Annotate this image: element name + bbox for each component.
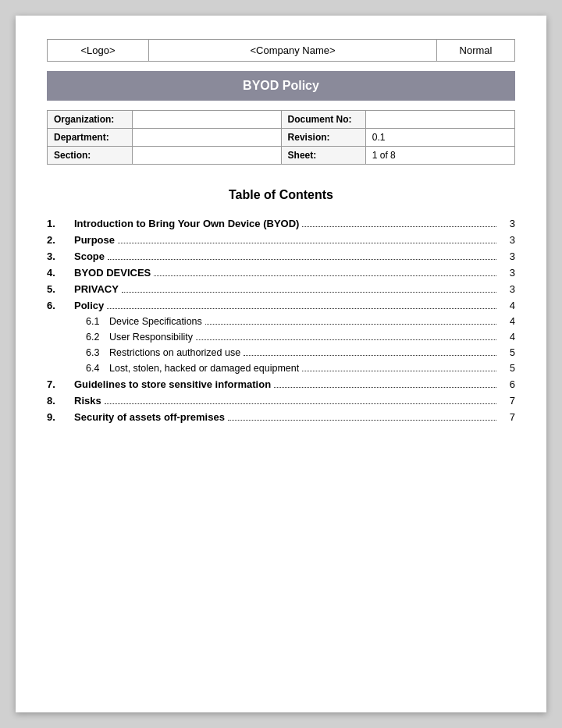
toc-item-text: Introduction to Bring Your Own Device (B… [74, 218, 299, 229]
toc-item-number: 8. [47, 395, 74, 407]
toc-item: 6.Policy4 [47, 300, 515, 311]
toc-item: 6.2User Responsibility4 [47, 332, 515, 343]
sheet-label: Sheet: [281, 147, 365, 165]
docno-value [365, 111, 514, 129]
toc-item-page: 7 [500, 395, 515, 407]
toc-item-page: 3 [500, 267, 515, 279]
toc-title: Table of Contents [47, 188, 515, 202]
toc-item: 3.Scope3 [47, 250, 515, 262]
toc-item-text: Lost, stolen, hacked or damaged equipmen… [109, 363, 299, 374]
toc-item-number: 9. [47, 411, 74, 423]
toc-item-dots [302, 371, 496, 371]
toc-item-number: 6.4 [86, 363, 109, 374]
toc-item-text: Policy [74, 300, 104, 311]
toc-item-number: 4. [47, 267, 74, 279]
toc-list: 1.Introduction to Bring Your Own Device … [47, 218, 515, 423]
toc-item-text: BYOD DEVICES [74, 267, 151, 279]
document-title-bar: BYOD Policy [47, 71, 515, 101]
toc-item-text: Purpose [74, 234, 115, 246]
toc-item-text: Scope [74, 250, 105, 262]
toc-item-number: 2. [47, 234, 74, 246]
org-value [133, 111, 281, 129]
header-table: <Logo> <Company Name> Normal [47, 39, 515, 62]
toc-item-dots [108, 259, 496, 260]
toc-item: 6.4Lost, stolen, hacked or damaged equip… [47, 363, 515, 374]
info-row-2: Department: Revision: 0.1 [48, 129, 515, 147]
toc-item-dots [302, 226, 496, 227]
toc-item-text: User Responsibility [109, 332, 193, 343]
section-label: Section: [48, 147, 133, 165]
toc-item-page: 3 [500, 218, 515, 229]
toc-item-page: 6 [500, 378, 515, 390]
section-value [133, 147, 281, 165]
toc-item: 2.Purpose3 [47, 234, 515, 246]
toc-item-number: 6. [47, 300, 74, 311]
toc-item-page: 5 [500, 363, 515, 374]
revision-label: Revision: [281, 129, 365, 147]
toc-item-dots [274, 387, 496, 388]
toc-item: 8.Risks7 [47, 395, 515, 407]
toc-item-dots [244, 355, 496, 356]
dept-label: Department: [48, 129, 133, 147]
toc-item-page: 5 [500, 347, 515, 358]
company-label: <Company Name> [250, 44, 335, 56]
toc-item-dots [107, 308, 496, 309]
toc-item-dots [228, 420, 496, 421]
toc-item: 6.1Device Specifications4 [47, 316, 515, 327]
toc-item-dots [154, 275, 496, 276]
toc-item-dots [205, 324, 496, 325]
toc-item-number: 3. [47, 250, 74, 262]
toc-item-text: Device Specifications [109, 316, 202, 327]
toc-item: 5.PRIVACY3 [47, 283, 515, 295]
toc-item-text: Guidelines to store sensitive informatio… [74, 378, 271, 390]
info-table: Organization: Document No: Department: R… [47, 110, 515, 165]
toc-item-number: 6.3 [86, 347, 109, 358]
toc-item-text: Restrictions on authorized use [109, 347, 240, 358]
logo-cell: <Logo> [48, 40, 149, 62]
toc-item-page: 7 [500, 411, 515, 423]
toc-item-number: 7. [47, 378, 74, 390]
toc-item-number: 5. [47, 283, 74, 295]
toc-item-dots [118, 243, 496, 243]
dept-value [133, 129, 281, 147]
document-title: BYOD Policy [243, 79, 319, 92]
toc-item-text: PRIVACY [74, 283, 119, 295]
toc-item-page: 4 [500, 316, 515, 327]
toc-item-text: Risks [74, 395, 101, 407]
toc-item-page: 3 [500, 250, 515, 262]
toc-item-text: Security of assets off-premises [74, 411, 225, 423]
toc-item: 4.BYOD DEVICES3 [47, 267, 515, 279]
org-label: Organization: [48, 111, 133, 129]
toc-item-number: 6.1 [86, 316, 109, 327]
normal-label: Normal [460, 44, 493, 56]
toc-item-page: 3 [500, 234, 515, 246]
toc-item-number: 1. [47, 218, 74, 229]
normal-cell: Normal [437, 40, 515, 62]
toc-item: 6.3Restrictions on authorized use5 [47, 347, 515, 358]
toc-item: 1.Introduction to Bring Your Own Device … [47, 218, 515, 229]
revision-value: 0.1 [365, 129, 514, 147]
toc-item: 7.Guidelines to store sensitive informat… [47, 378, 515, 390]
company-cell: <Company Name> [149, 40, 437, 62]
document-page: <Logo> <Company Name> Normal BYOD Policy… [16, 16, 546, 712]
toc-item-dots [196, 339, 496, 340]
toc-item-page: 4 [500, 332, 515, 343]
docno-label: Document No: [281, 111, 365, 129]
toc-item-dots [122, 292, 496, 293]
info-row-1: Organization: Document No: [48, 111, 515, 129]
sheet-value: 1 of 8 [365, 147, 514, 165]
toc-item-number: 6.2 [86, 332, 109, 343]
toc-item-page: 4 [500, 300, 515, 311]
info-row-3: Section: Sheet: 1 of 8 [48, 147, 515, 165]
logo-label: <Logo> [80, 44, 115, 56]
toc-item-dots [105, 403, 496, 404]
toc-item-page: 3 [500, 283, 515, 295]
toc-item: 9.Security of assets off-premises7 [47, 411, 515, 423]
